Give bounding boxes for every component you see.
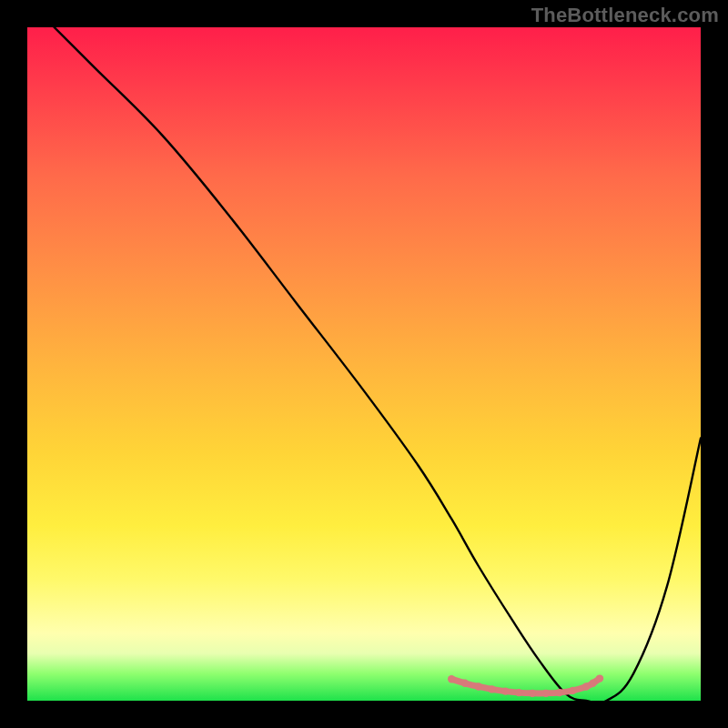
pink-dot xyxy=(555,689,562,696)
pink-dot xyxy=(488,685,495,693)
pink-dot xyxy=(582,682,590,690)
pink-dot xyxy=(475,682,482,690)
chart-frame: TheBottleneck.com xyxy=(0,0,728,728)
pink-dot xyxy=(448,675,455,682)
pink-dot xyxy=(589,680,596,687)
chart-svg xyxy=(27,27,701,701)
pink-dot xyxy=(542,690,550,697)
pink-accent-path xyxy=(451,679,600,693)
pink-dot xyxy=(569,687,576,694)
watermark-text: TheBottleneck.com xyxy=(531,4,719,27)
pink-dot xyxy=(501,687,509,694)
pink-dot xyxy=(515,689,522,696)
pink-dot xyxy=(596,674,603,682)
main-curve-path xyxy=(55,27,701,701)
pink-dot xyxy=(461,680,469,687)
pink-dot xyxy=(529,690,536,697)
